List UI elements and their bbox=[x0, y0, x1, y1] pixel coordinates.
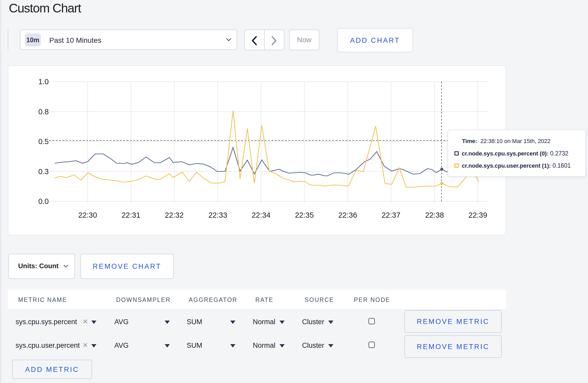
svg-text:0.5: 0.5 bbox=[38, 137, 49, 146]
svg-text:22:39: 22:39 bbox=[468, 211, 487, 219]
svg-text:22:38: 22:38 bbox=[425, 211, 444, 219]
svg-text:22:30: 22:30 bbox=[78, 211, 97, 219]
svg-text:22:33: 22:33 bbox=[208, 211, 227, 219]
svg-text:22:34: 22:34 bbox=[252, 211, 271, 219]
svg-text:22:35: 22:35 bbox=[295, 211, 314, 219]
svg-text:22:32: 22:32 bbox=[165, 211, 184, 219]
svg-text:22:31: 22:31 bbox=[122, 211, 141, 219]
svg-text:0.8: 0.8 bbox=[38, 108, 49, 116]
svg-text:22:37: 22:37 bbox=[382, 211, 401, 219]
svg-text:1.0: 1.0 bbox=[38, 77, 49, 86]
svg-text:0.3: 0.3 bbox=[38, 167, 49, 176]
svg-text:22:36: 22:36 bbox=[338, 211, 357, 219]
svg-text:0.0: 0.0 bbox=[38, 197, 49, 205]
